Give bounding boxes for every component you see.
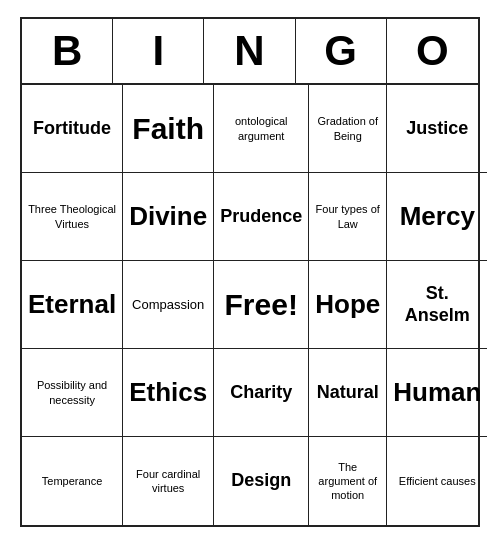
- cell-label: Natural: [317, 382, 379, 404]
- cell-label: Possibility and necessity: [28, 378, 116, 407]
- bingo-card: BINGO FortitudeFaithontological argument…: [20, 17, 480, 527]
- bingo-cell[interactable]: Charity: [214, 349, 309, 437]
- bingo-header: BINGO: [22, 19, 478, 85]
- cell-label: Four types of Law: [315, 202, 380, 231]
- cell-label: Fortitude: [33, 118, 111, 140]
- cell-label: The argument of motion: [315, 460, 380, 503]
- cell-label: Design: [231, 470, 291, 492]
- bingo-cell[interactable]: Compassion: [123, 261, 214, 349]
- bingo-grid: FortitudeFaithontological argumentGradat…: [22, 85, 478, 525]
- bingo-cell[interactable]: Three Theological Virtues: [22, 173, 123, 261]
- bingo-cell[interactable]: Design: [214, 437, 309, 525]
- cell-label: Ethics: [129, 377, 207, 408]
- cell-label: Faith: [132, 111, 204, 147]
- bingo-cell[interactable]: Hope: [309, 261, 387, 349]
- header-letter: N: [204, 19, 295, 83]
- bingo-cell[interactable]: Natural: [309, 349, 387, 437]
- cell-label: Charity: [230, 382, 292, 404]
- bingo-cell[interactable]: Four cardinal virtues: [123, 437, 214, 525]
- cell-label: Efficient causes: [399, 474, 476, 488]
- cell-label: Compassion: [132, 297, 204, 313]
- cell-label: St. Anselm: [393, 283, 481, 326]
- cell-label: Three Theological Virtues: [28, 202, 116, 231]
- bingo-cell[interactable]: St. Anselm: [387, 261, 487, 349]
- bingo-cell[interactable]: Free!: [214, 261, 309, 349]
- bingo-cell[interactable]: Temperance: [22, 437, 123, 525]
- cell-label: Gradation of Being: [315, 114, 380, 143]
- bingo-cell[interactable]: Eternal: [22, 261, 123, 349]
- cell-label: Mercy: [400, 201, 475, 232]
- bingo-cell[interactable]: Faith: [123, 85, 214, 173]
- bingo-cell[interactable]: Four types of Law: [309, 173, 387, 261]
- bingo-cell[interactable]: Ethics: [123, 349, 214, 437]
- header-letter: G: [296, 19, 387, 83]
- bingo-cell[interactable]: Possibility and necessity: [22, 349, 123, 437]
- cell-label: Divine: [129, 201, 207, 232]
- cell-label: Human: [393, 377, 481, 408]
- bingo-cell[interactable]: Fortitude: [22, 85, 123, 173]
- cell-label: Prudence: [220, 206, 302, 228]
- bingo-cell[interactable]: Divine: [123, 173, 214, 261]
- cell-label: Eternal: [28, 289, 116, 320]
- bingo-cell[interactable]: Justice: [387, 85, 487, 173]
- header-letter: B: [22, 19, 113, 83]
- cell-label: Temperance: [42, 474, 103, 488]
- bingo-cell[interactable]: Human: [387, 349, 487, 437]
- cell-label: Justice: [406, 118, 468, 140]
- header-letter: I: [113, 19, 204, 83]
- bingo-cell[interactable]: Mercy: [387, 173, 487, 261]
- bingo-cell[interactable]: Prudence: [214, 173, 309, 261]
- bingo-cell[interactable]: ontological argument: [214, 85, 309, 173]
- cell-label: Free!: [225, 287, 298, 323]
- cell-label: Hope: [315, 289, 380, 320]
- bingo-cell[interactable]: The argument of motion: [309, 437, 387, 525]
- cell-label: Four cardinal virtues: [129, 467, 207, 496]
- header-letter: O: [387, 19, 478, 83]
- bingo-cell[interactable]: Gradation of Being: [309, 85, 387, 173]
- bingo-cell[interactable]: Efficient causes: [387, 437, 487, 525]
- cell-label: ontological argument: [220, 114, 302, 143]
